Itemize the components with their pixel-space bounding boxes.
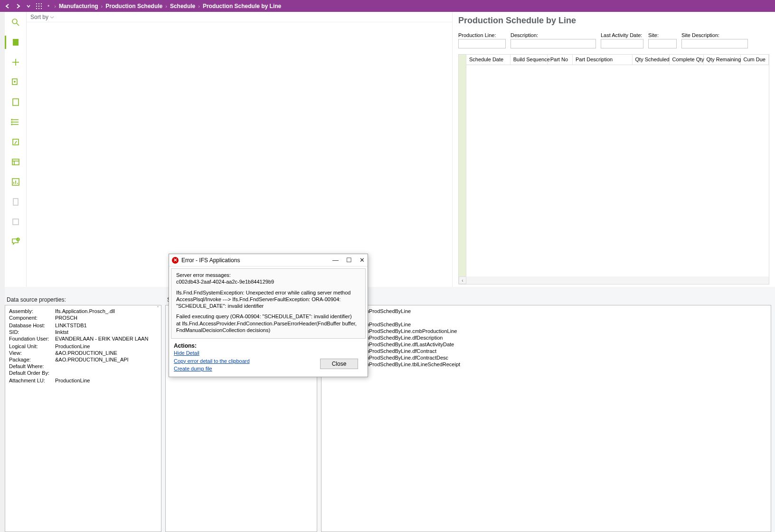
svg-rect-6 xyxy=(36,8,37,9)
field-description: Description: xyxy=(510,32,596,48)
breadcrumb-item-3[interactable]: Production Schedule by Line xyxy=(203,3,281,10)
form-icon[interactable] xyxy=(10,156,21,168)
duplicate-icon[interactable] xyxy=(10,76,21,88)
maximize-button[interactable]: ☐ xyxy=(346,256,352,264)
table-row: Foundation User:EVANDERLAAN - ERIK VANDE… xyxy=(9,336,153,342)
breadcrumb-root-dot: • xyxy=(47,3,49,10)
svg-rect-25 xyxy=(12,159,19,165)
grid-hscrollbar[interactable]: ‹ xyxy=(459,276,769,284)
create-dump-link[interactable]: Create dump file xyxy=(174,365,320,373)
copy-error-link[interactable]: Copy error detail to the clipboard xyxy=(174,357,320,365)
table-row: Package:&AO.PRODUCTION_LINE_API xyxy=(9,357,153,362)
left-sidebar xyxy=(5,12,27,287)
description-input[interactable] xyxy=(510,39,596,48)
breadcrumb-item-2[interactable]: Schedule xyxy=(170,3,195,10)
chevron-right-icon: › xyxy=(54,3,56,9)
ds-props-table: Assembly:Ifs.Application.Prosch_.dllComp… xyxy=(8,307,154,384)
close-window-button[interactable]: ✕ xyxy=(359,256,365,264)
svg-rect-3 xyxy=(36,6,37,7)
chevron-right-icon: › xyxy=(101,3,103,9)
field-label: Description: xyxy=(510,32,596,38)
table-row: Default Order By: xyxy=(9,370,153,376)
nav-back-button[interactable] xyxy=(4,2,11,10)
grid-header-row: Schedule Date Build Sequence Part No Par… xyxy=(466,55,769,65)
note-icon[interactable] xyxy=(10,216,21,228)
error-para-2: Failed executing query (ORA-00904: "SCHE… xyxy=(176,313,360,333)
breadcrumb-item-0[interactable]: Manufacturing xyxy=(59,3,98,10)
col-part-no[interactable]: Part No xyxy=(548,55,573,65)
svg-point-23 xyxy=(11,124,12,125)
table-row: Attachment LU:ProductionLine xyxy=(9,378,153,383)
search-icon[interactable] xyxy=(10,17,21,28)
col-qty-scheduled[interactable]: Qty Scheduled xyxy=(633,55,670,65)
scroll-left-icon[interactable]: ‹ xyxy=(459,276,466,284)
table-row: Default Where: xyxy=(9,363,153,369)
col-cum-due[interactable]: Cum Due xyxy=(741,55,769,65)
svg-rect-7 xyxy=(38,8,39,9)
apps-grid-icon[interactable] xyxy=(35,2,43,10)
svg-point-22 xyxy=(11,122,12,123)
page-icon[interactable] xyxy=(10,96,21,108)
error-icon: ✕ xyxy=(172,257,179,264)
production-line-input[interactable] xyxy=(458,39,506,48)
field-production-line: Production Line: xyxy=(458,32,506,48)
svg-point-9 xyxy=(12,19,17,24)
debug-panels: Data source properties: ˄ Assembly:Ifs.A… xyxy=(5,287,775,532)
chevron-right-icon: › xyxy=(198,3,200,9)
field-label: Site: xyxy=(648,32,677,38)
site-input[interactable] xyxy=(648,39,677,48)
svg-rect-11 xyxy=(13,39,19,46)
site-desc-input[interactable] xyxy=(681,39,748,48)
dialog-actions: Actions: Hide Detail Copy error detail t… xyxy=(169,341,368,377)
chat-plus-icon[interactable] xyxy=(10,236,21,247)
svg-rect-33 xyxy=(13,219,19,225)
add-icon[interactable] xyxy=(10,57,21,68)
ds-props-panel: ˄ Assembly:Ifs.Application.Prosch_.dllCo… xyxy=(5,305,161,532)
detail-form: Production Schedule by Line Production L… xyxy=(452,12,775,287)
document-icon[interactable] xyxy=(10,37,21,48)
error-header: Server error messages: xyxy=(176,272,231,278)
error-dialog: ✕ Error - IFS Applications — ☐ ✕ Server … xyxy=(169,254,368,377)
sort-by-label: Sort by xyxy=(30,14,48,20)
chevron-right-icon: › xyxy=(165,3,167,9)
error-guid: c002db43-2aaf-4024-aa2c-9e1b844129b9 xyxy=(176,279,274,285)
dialog-titlebar[interactable]: ✕ Error - IFS Applications — ☐ ✕ xyxy=(169,254,368,266)
sort-by-dropdown[interactable]: Sort by xyxy=(30,14,54,20)
scroll-up-icon[interactable]: ˄ xyxy=(154,305,161,312)
export-icon[interactable] xyxy=(10,136,21,148)
schedule-grid: Schedule Date Build Sequence Part No Par… xyxy=(458,54,769,285)
table-row: Database Host:LINKTSTDB1 xyxy=(9,323,153,328)
nav-forward-button[interactable] xyxy=(14,2,22,10)
table-row: Component:PROSCH xyxy=(9,315,153,321)
col-complete-qty[interactable]: Complete Qty xyxy=(670,55,704,65)
breadcrumb-item-1[interactable]: Production Schedule xyxy=(105,3,162,10)
list-icon[interactable] xyxy=(10,116,21,128)
svg-rect-2 xyxy=(41,3,42,4)
field-label: Site Description: xyxy=(681,32,748,38)
col-build-sequence[interactable]: Build Sequence xyxy=(510,55,548,65)
obj-rel-panel: Data Source:frmProdSchedByLineParent:Fra… xyxy=(321,305,771,532)
svg-rect-1 xyxy=(38,3,39,4)
close-button[interactable]: Close xyxy=(320,359,358,369)
field-label: Production Line: xyxy=(458,32,506,38)
table-row: Logical Unit:ProductionLine xyxy=(9,343,153,349)
svg-rect-4 xyxy=(38,6,39,7)
nav-dropdown-button[interactable] xyxy=(25,2,32,10)
attach-icon[interactable] xyxy=(10,196,21,208)
field-site: Site: xyxy=(648,32,677,48)
hide-detail-link[interactable]: Hide Detail xyxy=(174,349,320,357)
chart-icon[interactable] xyxy=(10,176,21,188)
table-row: SID:linktst xyxy=(9,329,153,335)
last-activity-input[interactable] xyxy=(601,39,643,48)
svg-rect-32 xyxy=(13,199,18,205)
col-part-description[interactable]: Part Description xyxy=(573,55,633,65)
field-last-activity: Last Activity Date: xyxy=(601,32,643,48)
col-schedule-date[interactable]: Schedule Date xyxy=(466,55,510,65)
minimize-button[interactable]: — xyxy=(332,256,339,264)
table-row: View:&AO.PRODUCTION_LINE xyxy=(9,350,153,356)
obj-rel-title: Object relations: xyxy=(323,296,771,303)
grid-row-gutter xyxy=(459,55,466,284)
breadcrumb-bar: • › Manufacturing › Production Schedule … xyxy=(0,0,775,12)
col-qty-remaining[interactable]: Qty Remaining xyxy=(704,55,741,65)
svg-rect-8 xyxy=(41,8,42,9)
